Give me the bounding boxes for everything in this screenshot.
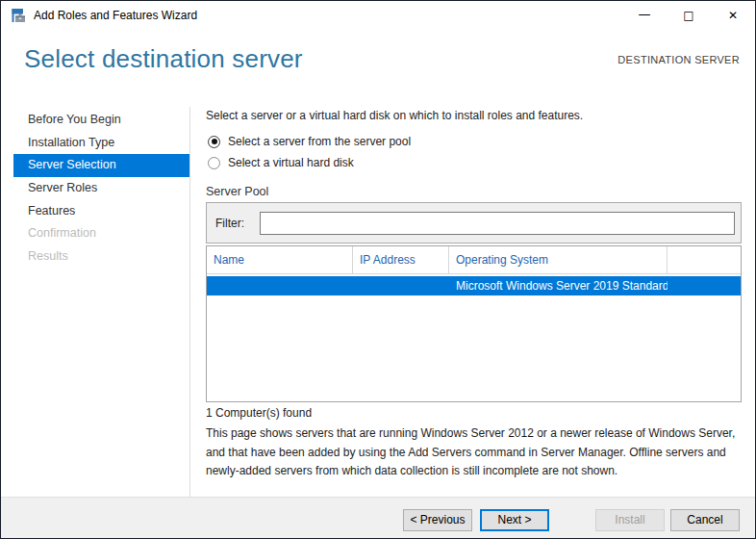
server-pool-label: Server Pool	[206, 185, 268, 198]
filter-panel: Filter:	[206, 202, 742, 244]
table-body: Microsoft Windows Server 2019 Standard	[207, 274, 741, 401]
window-controls: — □ ✕	[622, 1, 755, 30]
nav-server-roles[interactable]: Server Roles	[13, 177, 189, 200]
cell-name	[207, 276, 353, 295]
wizard-nav: Before You Begin Installation Type Serve…	[13, 109, 189, 269]
radio-virtual-hard-disk-label: Select a virtual hard disk	[228, 156, 354, 169]
computers-found-text: 1 Computer(s) found	[206, 406, 312, 420]
radio-virtual-hard-disk[interactable]: Select a virtual hard disk	[208, 154, 354, 171]
table-header-row: Name IP Address Operating System	[207, 246, 741, 274]
titlebar: Add Roles and Features Wizard — □ ✕	[1, 1, 755, 30]
radio-server-pool[interactable]: Select a server from the server pool	[208, 133, 411, 150]
column-header-spacer	[668, 246, 741, 273]
nav-before-you-begin[interactable]: Before You Begin	[13, 109, 189, 132]
cell-ip-address	[353, 276, 449, 295]
nav-features[interactable]: Features	[13, 200, 189, 223]
cancel-button[interactable]: Cancel	[670, 509, 740, 531]
maximize-button[interactable]: □	[667, 1, 711, 30]
filter-label: Filter:	[215, 217, 244, 230]
nav-confirmation: Confirmation	[13, 222, 189, 245]
page-title: Select destination server	[24, 44, 303, 74]
column-header-name[interactable]: Name	[207, 246, 353, 273]
filter-input[interactable]	[260, 212, 735, 235]
radio-selected-icon[interactable]	[208, 136, 220, 148]
table-row[interactable]: Microsoft Windows Server 2019 Standard	[207, 276, 741, 295]
intro-text: Select a server or a virtual hard disk o…	[206, 109, 583, 122]
close-button[interactable]: ✕	[711, 1, 755, 30]
nav-server-selection[interactable]: Server Selection	[13, 154, 189, 177]
minimize-button[interactable]: —	[622, 1, 667, 30]
radio-server-pool-label: Select a server from the server pool	[228, 135, 411, 148]
page-description: This page shows servers that are running…	[206, 424, 744, 481]
next-button[interactable]: Next >	[480, 509, 549, 531]
previous-button[interactable]: < Previous	[403, 509, 472, 531]
nav-installation-type[interactable]: Installation Type	[13, 132, 189, 155]
footer-bar: < Previous Next > Install Cancel	[1, 497, 755, 538]
column-header-ip-address[interactable]: IP Address	[353, 246, 449, 273]
install-button: Install	[595, 509, 665, 531]
wizard-window: Add Roles and Features Wizard — □ ✕ Sele…	[0, 0, 756, 539]
nav-results: Results	[13, 245, 189, 269]
cell-operating-system: Microsoft Windows Server 2019 Standard	[449, 276, 668, 295]
sidebar-divider	[189, 107, 190, 498]
server-pool-table: Name IP Address Operating System Microso…	[206, 245, 742, 402]
radio-unselected-icon[interactable]	[208, 157, 220, 169]
destination-server-label: DESTINATION SERVER	[617, 54, 740, 65]
window-title: Add Roles and Features Wizard	[34, 1, 197, 30]
server-manager-icon	[11, 8, 26, 23]
column-header-operating-system[interactable]: Operating System	[449, 246, 668, 273]
